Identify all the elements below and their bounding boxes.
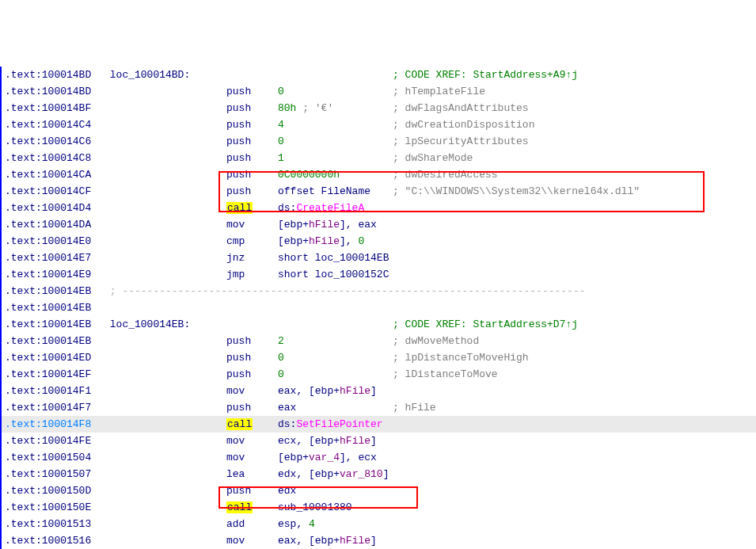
- operands: edx, [ebp+var_810]: [278, 466, 393, 482]
- operands: edx: [278, 482, 393, 499]
- seg-prefix: .text:: [5, 135, 42, 147]
- disassembly-line[interactable]: .text:100014F8 callds:SetFilePointer: [0, 416, 756, 433]
- address: 10001513: [42, 518, 91, 530]
- seg-prefix: .text:: [5, 185, 42, 197]
- address: 10001504: [42, 452, 91, 463]
- disassembly-line[interactable]: .text:100014BD push0; hTemplateFile: [0, 83, 756, 100]
- comment: ; dwDesiredAccess: [393, 166, 498, 183]
- disassembly-line[interactable]: .text:100014F1 moveax, [ebp+hFile]: [0, 383, 756, 399]
- mnemonic-call: call: [226, 501, 253, 513]
- seg-prefix: .text:: [5, 302, 42, 314]
- mnemonic: push: [226, 152, 251, 164]
- disassembly-line[interactable]: .text:100014EB loc_100014EB:; CODE XREF:…: [0, 316, 756, 333]
- operands: 80h ; '€': [278, 100, 393, 116]
- address: 100014E0: [42, 235, 91, 247]
- seg-prefix: .text:: [5, 119, 42, 131]
- address: 100014EB: [42, 285, 91, 297]
- disassembly-line[interactable]: .text:100014F7 pusheax; hFile: [0, 399, 756, 416]
- address: 100014BD: [42, 86, 91, 97]
- mnemonic: mov: [226, 435, 245, 447]
- mnemonic-call: call: [226, 418, 253, 430]
- seg-prefix: .text:: [5, 152, 42, 164]
- operands: eax, [ebp+hFile]: [278, 383, 393, 399]
- comment: ; dwMoveMethod: [393, 333, 479, 349]
- address: 100014F8: [42, 418, 91, 430]
- disassembly-line[interactable]: .text:100014C6 push0; lpSecurityAttribut…: [0, 133, 756, 150]
- address: 100014D4: [42, 202, 91, 214]
- disassembly-line[interactable]: .text:10001513 addesp, 4: [0, 516, 756, 532]
- mnemonic: push: [226, 135, 251, 147]
- operands: 2: [278, 333, 393, 349]
- comment: ; dwCreationDisposition: [393, 116, 534, 133]
- seg-prefix: .text:: [5, 335, 42, 347]
- comment: ; lpDistanceToMoveHigh: [393, 349, 529, 366]
- operands: short loc_1000152C: [278, 266, 393, 283]
- disassembly-line[interactable]: .text:100014EB push2; dwMoveMethod: [0, 333, 756, 349]
- disassembly-line[interactable]: .text:100014CA push0C0000000h; dwDesired…: [0, 166, 756, 183]
- address: 100014BF: [42, 102, 91, 114]
- location-label[interactable]: loc_100014BD:: [104, 69, 190, 81]
- disassembly-line[interactable]: .text:100014FE movecx, [ebp+hFile]: [0, 433, 756, 449]
- seg-prefix: .text:: [5, 402, 42, 414]
- disassembly-line[interactable]: .text:100014C4 push4; dwCreationDisposit…: [0, 116, 756, 133]
- disassembly-line[interactable]: .text:100014BF push80h ; '€'; dwFlagsAnd…: [0, 100, 756, 116]
- seg-prefix: .text:: [5, 219, 42, 231]
- operands: ds:SetFilePointer: [278, 416, 393, 433]
- address: 100014E7: [42, 252, 91, 264]
- location-label[interactable]: loc_100014EB:: [104, 318, 190, 330]
- disassembly-line[interactable]: .text:1000150D pushedx: [0, 482, 756, 499]
- mnemonic: add: [226, 518, 245, 530]
- address: 100014C4: [42, 119, 91, 131]
- disassembly-line[interactable]: .text:100014E9 jmpshort loc_1000152C: [0, 266, 756, 283]
- operands: ds:CreateFileA: [278, 200, 393, 216]
- address: 100014DA: [42, 219, 91, 231]
- mnemonic: push: [226, 485, 251, 497]
- address: 100014EB: [42, 335, 91, 347]
- disassembly-line[interactable]: .text:100014D4 callds:CreateFileA: [0, 200, 756, 216]
- disassembly-line[interactable]: .text:10001504 mov[ebp+var_4], ecx: [0, 449, 756, 466]
- operands: 0: [278, 83, 393, 100]
- address: 100014CA: [42, 169, 91, 181]
- disassembly-line[interactable]: .text:100014EB: [0, 299, 756, 316]
- address: 100014EB: [42, 302, 91, 314]
- operands: eax, [ebp+hFile]: [278, 532, 393, 549]
- comment: ; hFile: [393, 399, 436, 416]
- disassembly-line[interactable]: .text:100014EB ; -----------------------…: [0, 283, 756, 299]
- disassembly-line[interactable]: .text:100014E0 cmp[ebp+hFile], 0: [0, 233, 756, 250]
- operands: [ebp+hFile], 0: [278, 233, 393, 250]
- disassembly-line[interactable]: .text:100014BD loc_100014BD:; CODE XREF:…: [0, 67, 756, 83]
- disassembly-line[interactable]: .text:10001516 moveax, [ebp+hFile]: [0, 532, 756, 549]
- address: 100014E9: [42, 269, 91, 280]
- seg-prefix: .text:: [5, 285, 42, 297]
- disassembly-line[interactable]: .text:100014E7 jnzshort loc_100014EB: [0, 250, 756, 266]
- mnemonic: push: [226, 119, 251, 131]
- address: 10001516: [42, 535, 91, 547]
- disassembly-line[interactable]: .text:10001507 leaedx, [ebp+var_810]: [0, 466, 756, 482]
- mnemonic: push: [226, 86, 251, 97]
- address: 1000150E: [42, 501, 91, 513]
- operands: short loc_100014EB: [278, 250, 393, 266]
- disassembly-line[interactable]: .text:100014EF push0; lDistanceToMove: [0, 366, 756, 383]
- comment: ; CODE XREF: StartAddress+A9↑j: [393, 67, 578, 83]
- seg-prefix: .text:: [5, 501, 42, 513]
- mnemonic: push: [226, 102, 251, 114]
- seg-prefix: .text:: [5, 269, 42, 280]
- address: 100014FE: [42, 435, 91, 447]
- operands: ecx, [ebp+hFile]: [278, 433, 393, 449]
- seg-prefix: .text:: [5, 86, 42, 97]
- disassembly-line[interactable]: .text:100014CF pushoffset FileName; "C:\…: [0, 183, 756, 200]
- operands: [ebp+var_4], ecx: [278, 449, 393, 466]
- seg-prefix: .text:: [5, 352, 42, 364]
- disassembly-line[interactable]: .text:100014C8 push1; dwShareMode: [0, 150, 756, 166]
- mnemonic: push: [226, 352, 251, 364]
- disassembly-line[interactable]: .text:100014ED push0; lpDistanceToMoveHi…: [0, 349, 756, 366]
- mnemonic: jnz: [226, 252, 245, 264]
- seg-prefix: .text:: [5, 452, 42, 463]
- seg-prefix: .text:: [5, 102, 42, 114]
- operands: 0: [278, 133, 393, 150]
- disassembly-line[interactable]: .text:100014DA mov[ebp+hFile], eax: [0, 216, 756, 233]
- address: 10001507: [42, 468, 91, 480]
- disassembly-line[interactable]: .text:1000150E callsub_10001380: [0, 499, 756, 516]
- seg-prefix: .text:: [5, 252, 42, 264]
- comment: ; "C:\\WINDOWS\\System32\\kernel64x.dll": [393, 183, 640, 200]
